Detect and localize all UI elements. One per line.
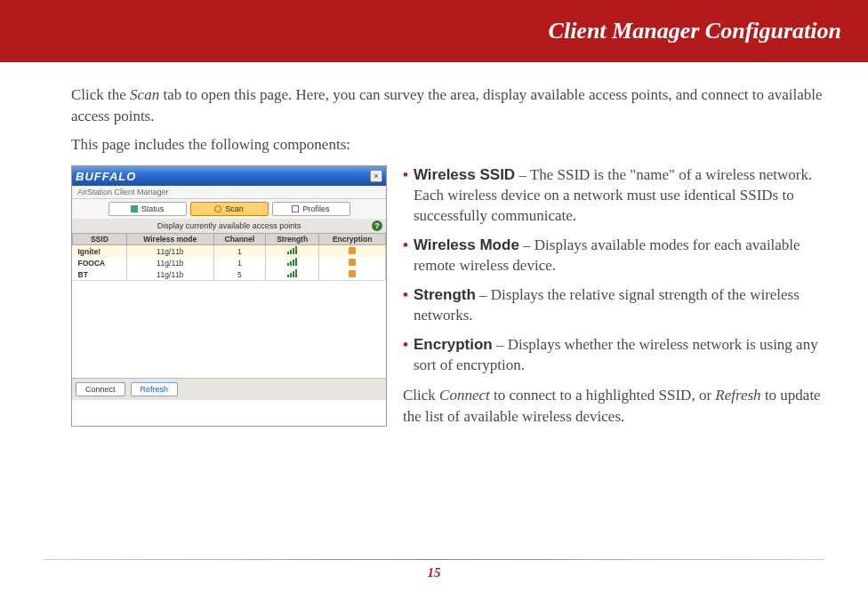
closing-paragraph: Click Connect to connect to a highlighte…	[403, 385, 824, 428]
intro-1a: Click the	[71, 86, 130, 103]
table-header-row: SSID Wireless mode Channel Strength Encr…	[73, 234, 386, 245]
connect-button[interactable]: Connect	[76, 382, 125, 396]
list-item: • Wireless SSID – The SSID is the "name"…	[403, 165, 824, 227]
list-item: • Encryption – Displays whether the wire…	[403, 335, 824, 376]
page-title: Client Manager Configuration	[549, 18, 841, 44]
banner: Display currently available access point…	[72, 219, 386, 233]
bullet-list: • Wireless SSID – The SSID is the "name"…	[403, 165, 824, 427]
cell-ssid: FOOCA	[73, 257, 127, 268]
header-bar: Client Manager Configuration	[0, 0, 868, 62]
bullet-dot: •	[403, 285, 414, 326]
layout-row: BUFFALO × AirStation Client Manager Stat…	[71, 165, 824, 427]
cell-encryption	[319, 268, 386, 280]
cell-mode: 11g/11b	[126, 268, 213, 280]
bullet-dot: •	[403, 335, 414, 376]
tab-status-label: Status	[141, 204, 165, 213]
cell-mode: 11g/11b	[126, 257, 213, 268]
brand-logo: BUFFALO	[76, 170, 136, 183]
intro-1b: tab to open this page. Here, you can sur…	[71, 86, 823, 124]
cell-encryption	[319, 257, 386, 268]
cell-strength	[265, 245, 318, 258]
term: Encryption	[414, 336, 493, 353]
intro-em-scan: Scan	[130, 86, 159, 103]
help-icon[interactable]: ?	[372, 220, 382, 231]
cell-ssid: BT	[73, 268, 127, 280]
tab-scan[interactable]: Scan	[190, 202, 269, 216]
empty-list-area	[72, 280, 386, 378]
content: Click the Scan tab to open this page. He…	[0, 62, 868, 427]
closing-b: to connect to a highlighted SSID, or	[490, 387, 716, 404]
tab-profiles-label: Profiles	[302, 204, 329, 213]
app-screenshot: BUFFALO × AirStation Client Manager Stat…	[71, 165, 387, 427]
term: Wireless SSID	[414, 166, 515, 183]
col-strength[interactable]: Strength	[265, 234, 318, 245]
tab-status[interactable]: Status	[108, 202, 187, 216]
close-icon[interactable]: ×	[370, 170, 382, 182]
status-icon	[131, 205, 138, 212]
lock-icon	[349, 259, 356, 266]
footer-rule	[44, 559, 824, 560]
cell-channel: 5	[213, 268, 265, 280]
cell-strength	[265, 268, 318, 280]
list-item: • Strength – Displays the relative signa…	[403, 285, 824, 326]
bullet-dot: •	[403, 236, 414, 276]
col-mode[interactable]: Wireless mode	[126, 234, 213, 245]
cell-encryption	[319, 245, 386, 258]
product-line: AirStation Client Manager	[72, 186, 386, 199]
refresh-button[interactable]: Refresh	[131, 382, 179, 396]
tab-profiles[interactable]: Profiles	[272, 202, 350, 216]
product-name: AirStation Client Manager	[77, 188, 169, 196]
signal-bars-icon	[287, 258, 297, 266]
banner-text: Display currently available access point…	[157, 221, 301, 230]
cell-strength	[265, 257, 318, 268]
signal-bars-icon	[287, 246, 297, 254]
footer-buttons: Connect Refresh	[72, 378, 386, 400]
profiles-icon	[292, 205, 299, 212]
tab-row: Status Scan Profiles	[72, 199, 386, 219]
tab-scan-label: Scan	[225, 204, 244, 213]
closing-em-refresh: Refresh	[715, 387, 760, 404]
intro-paragraph-1: Click the Scan tab to open this page. He…	[71, 84, 824, 127]
table-row[interactable]: FOOCA 11g/11b 1	[73, 257, 386, 268]
table-row[interactable]: Ignite! 11g/11b 1	[73, 245, 386, 258]
cell-channel: 1	[213, 245, 265, 258]
col-ssid[interactable]: SSID	[73, 234, 127, 245]
lock-icon	[349, 247, 356, 254]
bullet-dot: •	[403, 165, 414, 227]
cell-channel: 1	[213, 257, 265, 268]
signal-bars-icon	[287, 269, 297, 277]
closing-a: Click	[403, 387, 439, 404]
cell-ssid: Ignite!	[73, 245, 127, 258]
cell-mode: 11g/11b	[126, 245, 213, 258]
refresh-label: Refresh	[141, 385, 169, 394]
page-number: 15	[0, 565, 868, 580]
scan-icon	[214, 205, 221, 212]
page-footer: 15	[0, 559, 868, 580]
lock-icon	[349, 270, 356, 277]
ap-table: SSID Wireless mode Channel Strength Encr…	[72, 233, 386, 280]
table-row[interactable]: BT 11g/11b 5	[73, 268, 386, 280]
intro-paragraph-2: This page includes the following compone…	[71, 134, 824, 156]
connect-label: Connect	[85, 385, 116, 394]
window-titlebar: BUFFALO ×	[72, 166, 386, 186]
term: Wireless Mode	[414, 236, 519, 253]
list-item: • Wireless Mode – Displays available mod…	[403, 236, 824, 276]
closing-em-connect: Connect	[439, 387, 490, 404]
col-channel[interactable]: Channel	[213, 234, 265, 245]
term: Strength	[414, 286, 476, 303]
col-encryption[interactable]: Encryption	[319, 234, 386, 245]
